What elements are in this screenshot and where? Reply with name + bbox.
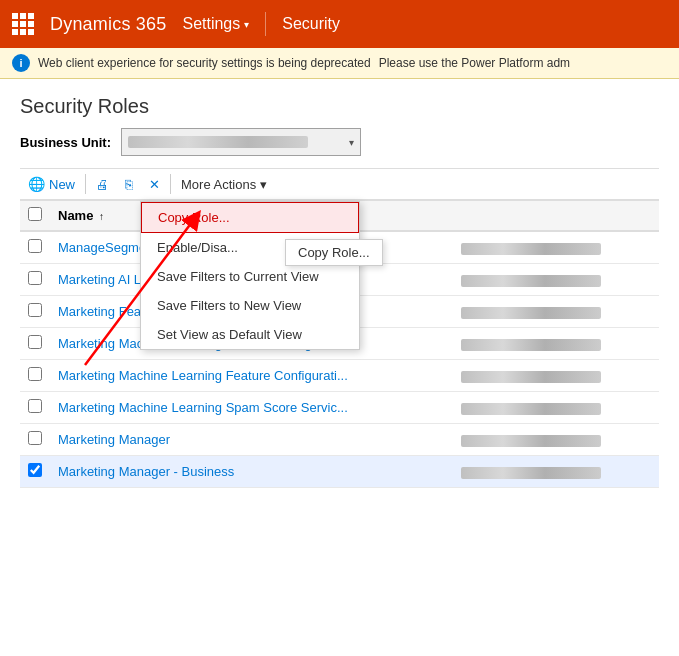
table-row: Marketing Manager - Business: [20, 456, 659, 488]
info-icon: i: [12, 54, 30, 72]
set-default-view-item[interactable]: Set View as Default View: [141, 320, 359, 349]
select-all-header[interactable]: [20, 201, 50, 231]
notice-suffix: Please use the Power Platform adm: [379, 56, 570, 70]
row-checkbox-cell[interactable]: [20, 264, 50, 296]
select-all-checkbox[interactable]: [28, 207, 42, 221]
row-blurred-cell: [453, 360, 659, 392]
col-blurred-header: [453, 201, 659, 231]
toolbar: 🌐 New 🖨 ⎘ ✕ More Actions ▾ Copy Role... …: [20, 168, 659, 200]
more-actions-dropdown: Copy Role... Enable/Disa... Save Filters…: [140, 201, 360, 350]
row-blurred-cell: [453, 328, 659, 360]
row-name-cell[interactable]: Marketing Manager - Business: [50, 456, 453, 488]
copy-role-tooltip: Copy Role...: [285, 239, 383, 266]
new-button[interactable]: 🌐 New: [20, 173, 83, 195]
print-icon: 🖨: [96, 177, 109, 192]
table-row: Marketing Machine Learning Feature Confi…: [20, 360, 659, 392]
toolbar-sep-2: [170, 174, 171, 194]
copy-icon: ⎘: [125, 177, 133, 192]
settings-menu[interactable]: Settings ▾: [182, 15, 249, 33]
row-blurred-cell: [453, 296, 659, 328]
page-content: Security Roles Business Unit: ▾ 🌐 New 🖨 …: [0, 79, 679, 488]
row-blurred-cell: [453, 456, 659, 488]
row-name-cell[interactable]: Marketing Manager: [50, 424, 453, 456]
copy-button[interactable]: ⎘: [117, 174, 141, 195]
print-button[interactable]: 🖨: [88, 174, 117, 195]
toolbar-sep-1: [85, 174, 86, 194]
delete-button[interactable]: ✕: [141, 174, 168, 195]
row-checkbox-cell[interactable]: [20, 392, 50, 424]
business-unit-row: Business Unit: ▾: [20, 128, 659, 156]
waffle-menu[interactable]: [12, 13, 34, 35]
row-blurred-cell: [453, 392, 659, 424]
row-checkbox-cell[interactable]: [20, 328, 50, 360]
sort-asc-icon: ↑: [99, 211, 104, 222]
row-blurred-cell: [453, 231, 659, 264]
save-filters-current-item[interactable]: Save Filters to Current View: [141, 262, 359, 291]
page-title: Security Roles: [20, 95, 659, 118]
new-icon: 🌐: [28, 176, 45, 192]
business-unit-select[interactable]: ▾: [121, 128, 361, 156]
row-checkbox-cell[interactable]: [20, 360, 50, 392]
table-row: Marketing Machine Learning Spam Score Se…: [20, 392, 659, 424]
business-unit-chevron-icon: ▾: [349, 137, 354, 148]
more-actions-button[interactable]: More Actions ▾: [173, 174, 275, 195]
row-name-cell[interactable]: Marketing Machine Learning Spam Score Se…: [50, 392, 453, 424]
settings-chevron-icon: ▾: [244, 19, 249, 30]
business-unit-label: Business Unit:: [20, 135, 111, 150]
app-header: Dynamics 365 Settings ▾ Security: [0, 0, 679, 48]
row-name-cell[interactable]: Marketing Machine Learning Feature Confi…: [50, 360, 453, 392]
row-blurred-cell: [453, 424, 659, 456]
row-checkbox-cell[interactable]: [20, 456, 50, 488]
more-actions-label: More Actions: [181, 177, 256, 192]
table-row: Marketing Manager: [20, 424, 659, 456]
more-actions-chevron-icon: ▾: [260, 177, 267, 192]
business-unit-value: [128, 136, 308, 148]
notice-bar: i Web client experience for security set…: [0, 48, 679, 79]
row-blurred-cell: [453, 264, 659, 296]
row-checkbox-cell[interactable]: [20, 424, 50, 456]
new-label: New: [49, 177, 75, 192]
header-divider: [265, 12, 266, 36]
delete-icon: ✕: [149, 177, 160, 192]
save-filters-new-item[interactable]: Save Filters to New View: [141, 291, 359, 320]
security-label: Security: [282, 15, 340, 33]
notice-message: Web client experience for security setti…: [38, 56, 371, 70]
copy-role-item[interactable]: Copy Role...: [141, 202, 359, 233]
row-checkbox-cell[interactable]: [20, 296, 50, 328]
dropdown-menu: Copy Role... Enable/Disa... Save Filters…: [140, 201, 360, 350]
row-checkbox-cell[interactable]: [20, 231, 50, 264]
app-title: Dynamics 365: [50, 14, 166, 35]
